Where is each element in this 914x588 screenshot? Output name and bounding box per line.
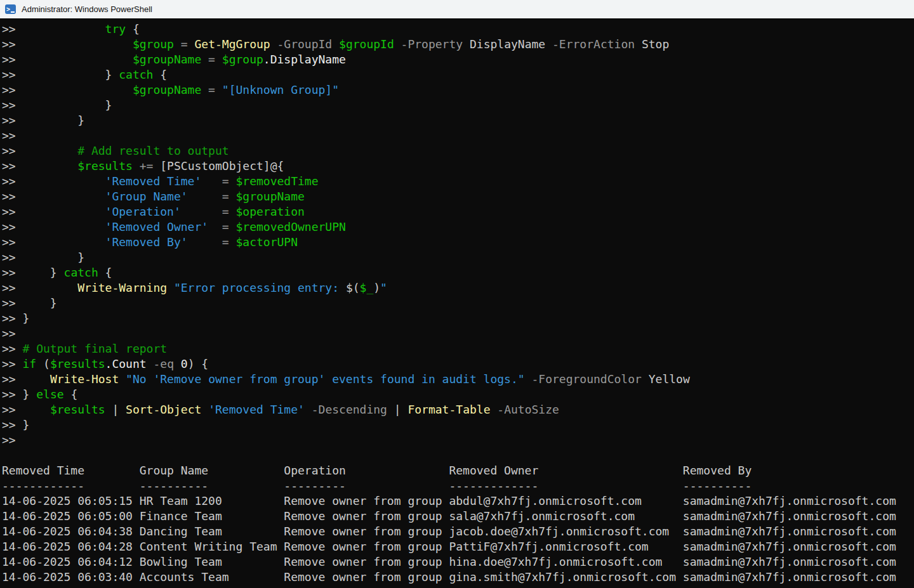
script-line: >> if ($results.Count -eq 0) { bbox=[2, 356, 914, 372]
script-line: >> Write-Warning "Error processing entry… bbox=[2, 280, 914, 296]
script-line: >> try { bbox=[2, 22, 914, 37]
table-row: 14-06-2025 06:03:40 Accounts Team Remove… bbox=[2, 570, 914, 585]
script-line: >> bbox=[2, 433, 914, 448]
script-line: >> } bbox=[2, 250, 914, 265]
table-separator-row: ------------ ---------- --------- ------… bbox=[2, 478, 914, 493]
continuation-prompt: >> bbox=[2, 266, 23, 279]
script-line: >> $results | Sort-Object 'Removed Time'… bbox=[2, 402, 914, 417]
script-line: >> $group = Get-MgGroup -GroupId $groupI… bbox=[2, 37, 914, 52]
continuation-prompt: >> bbox=[2, 235, 23, 249]
continuation-prompt: >> bbox=[2, 98, 23, 112]
continuation-prompt: >> bbox=[2, 296, 23, 310]
script-line: >> } catch { bbox=[2, 265, 914, 280]
continuation-prompt: >> bbox=[2, 372, 23, 386]
continuation-prompt: >> bbox=[2, 83, 23, 96]
table-row: 14-06-2025 06:04:12 Bowling Team Remove … bbox=[2, 554, 914, 570]
table-separator: ------------ ---------- --------- ------… bbox=[2, 479, 752, 492]
continuation-prompt: >> bbox=[2, 342, 23, 355]
table-row: 14-06-2025 06:04:38 Dancing Team Remove … bbox=[2, 524, 914, 539]
table-row: 14-06-2025 06:05:00 Finance Team Remove … bbox=[2, 509, 914, 524]
continuation-prompt: >> bbox=[2, 144, 23, 157]
window-titlebar: > Administrator: Windows PowerShell bbox=[0, 0, 914, 19]
continuation-prompt: >> bbox=[2, 403, 23, 416]
continuation-prompt: >> bbox=[2, 281, 23, 294]
continuation-prompt: >> bbox=[2, 159, 23, 173]
continuation-prompt: >> bbox=[2, 53, 23, 66]
continuation-prompt: >> bbox=[2, 37, 23, 51]
script-line: >> } else { bbox=[2, 387, 914, 402]
script-line: >> 'Removed By' = $actorUPN bbox=[2, 235, 914, 250]
table-row: 14-06-2025 06:05:15 HR Team 1200 Remove … bbox=[2, 493, 914, 509]
script-line bbox=[2, 448, 914, 463]
continuation-prompt: >> bbox=[2, 174, 23, 188]
window-title: Administrator: Windows PowerShell bbox=[22, 4, 152, 14]
table-row: 14-06-2025 06:04:28 Content Writing Team… bbox=[2, 539, 914, 554]
script-line: >> } catch { bbox=[2, 67, 914, 82]
continuation-prompt: >> bbox=[2, 418, 23, 431]
continuation-prompt: >> bbox=[2, 357, 23, 370]
script-line: >> bbox=[2, 326, 914, 341]
script-line: >> } bbox=[2, 311, 914, 326]
continuation-prompt: >> bbox=[2, 190, 23, 203]
script-line: >> } bbox=[2, 113, 914, 128]
script-line: >> # Output final report bbox=[2, 341, 914, 356]
continuation-prompt: >> bbox=[2, 433, 23, 447]
continuation-prompt: >> bbox=[2, 251, 23, 264]
continuation-prompt: >> bbox=[2, 388, 23, 401]
continuation-prompt: >> bbox=[2, 220, 23, 233]
script-line: >> $results += [PSCustomObject]@{ bbox=[2, 159, 914, 174]
script-line: >> 'Operation' = $operation bbox=[2, 204, 914, 219]
continuation-prompt: >> bbox=[2, 114, 23, 127]
powershell-icon: > bbox=[5, 4, 16, 14]
script-line: >> $groupName = "[Unknown Group]" bbox=[2, 82, 914, 98]
script-line: >> } bbox=[2, 417, 914, 433]
continuation-prompt: >> bbox=[2, 129, 23, 142]
script-line: >> 'Removed Time' = $removedTime bbox=[2, 174, 914, 189]
script-line: >> bbox=[2, 128, 914, 143]
table-header-row: Removed Time Group Name Operation Remove… bbox=[2, 463, 914, 478]
table-header: Removed Time Group Name Operation Remove… bbox=[2, 464, 752, 477]
script-line: >> $groupName = $group.DisplayName bbox=[2, 52, 914, 67]
script-line: >> # Add result to output bbox=[2, 143, 914, 159]
continuation-prompt: >> bbox=[2, 22, 23, 36]
script-line: >> } bbox=[2, 296, 914, 311]
script-line: >> 'Group Name' = $groupName bbox=[2, 189, 914, 204]
script-line: >> 'Removed Owner' = $removedOwnerUPN bbox=[2, 219, 914, 235]
continuation-prompt: >> bbox=[2, 311, 23, 325]
powershell-console[interactable]: >> try {>> $group = Get-MgGroup -GroupId… bbox=[0, 19, 914, 588]
continuation-prompt: >> bbox=[2, 327, 23, 340]
script-line: >> } bbox=[2, 98, 914, 113]
script-line: >> Write-Host "No 'Remove owner from gro… bbox=[2, 372, 914, 387]
continuation-prompt: >> bbox=[2, 205, 23, 218]
continuation-prompt: >> bbox=[2, 68, 23, 81]
